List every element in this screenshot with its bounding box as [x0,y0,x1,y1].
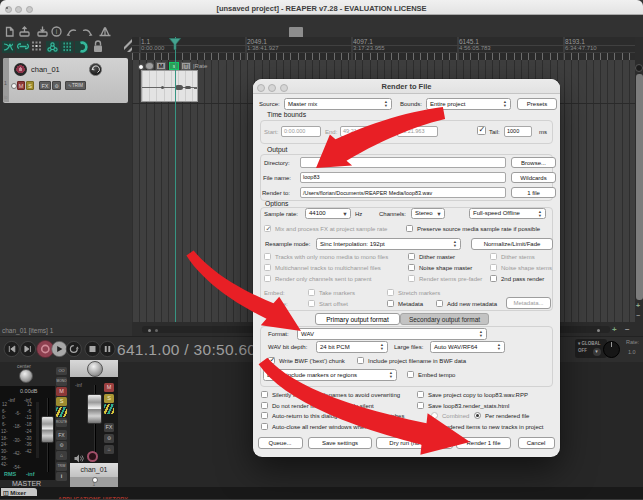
svg-text:i: i [56,28,57,35]
